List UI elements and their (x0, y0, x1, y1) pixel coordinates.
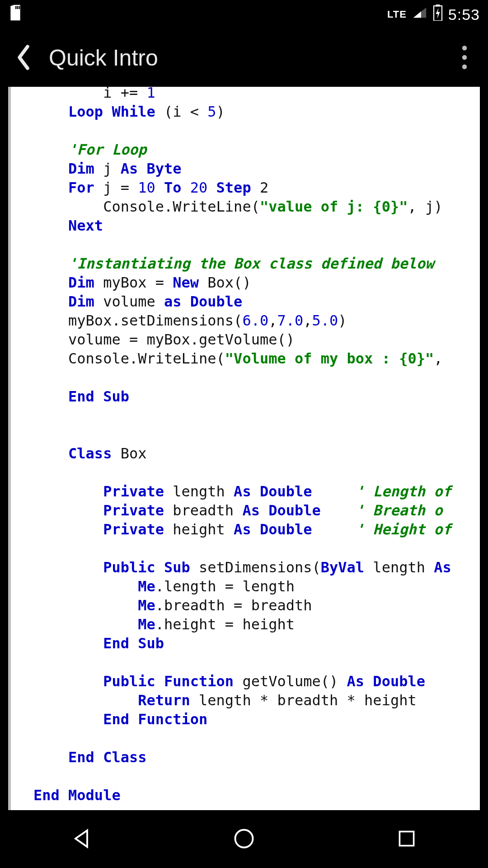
battery-charging-icon (433, 5, 443, 24)
code-block: i += 1 Loop While (i < 5) 'For Loop Dim … (33, 87, 480, 805)
overflow-menu-button[interactable] (452, 45, 477, 71)
lte-icon: LTE (387, 9, 407, 20)
clock: 5:53 (448, 6, 480, 24)
signal-icon (412, 6, 427, 23)
svg-point-8 (235, 830, 253, 847)
code-viewer[interactable]: i += 1 Loop While (i < 5) 'For Loop Dim … (8, 87, 480, 810)
svg-rect-0 (15, 6, 17, 9)
triangle-back-icon (70, 827, 93, 852)
page-title: Quick Intro (49, 45, 452, 71)
svg-rect-1 (17, 6, 19, 9)
svg-point-6 (462, 55, 467, 59)
sd-card-icon (8, 4, 23, 25)
square-recent-icon (396, 828, 418, 851)
nav-home-button[interactable] (222, 817, 266, 861)
svg-rect-9 (399, 831, 413, 845)
nav-recent-button[interactable] (385, 817, 428, 861)
circle-home-icon (232, 827, 256, 852)
svg-point-7 (462, 64, 467, 69)
content-area: i += 1 Loop While (i < 5) 'For Loop Dim … (0, 87, 488, 810)
svg-rect-2 (19, 6, 20, 9)
nav-back-button[interactable] (60, 817, 103, 861)
chevron-left-icon (14, 44, 33, 72)
back-button[interactable] (11, 45, 36, 71)
system-nav-bar (0, 810, 488, 868)
more-vert-icon (462, 46, 467, 71)
status-bar: LTE 5:53 (0, 0, 488, 29)
svg-point-5 (462, 46, 467, 50)
status-left (8, 4, 23, 25)
app-bar: Quick Intro (0, 29, 488, 87)
svg-rect-4 (436, 5, 440, 7)
status-right: LTE 5:53 (387, 5, 480, 24)
